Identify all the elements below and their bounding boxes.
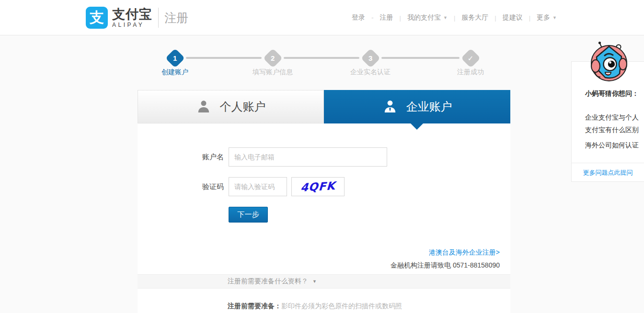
nav-separator: | xyxy=(400,14,401,22)
account-name-label: 账户名 xyxy=(171,147,224,167)
help-card-divider xyxy=(572,163,644,163)
chevron-down-icon: ▼ xyxy=(312,279,317,284)
tab-enterprise-label: 企业账户 xyxy=(406,99,452,114)
logo-divider xyxy=(158,8,159,28)
account-email-input[interactable] xyxy=(229,147,387,167)
alipay-logo-text: 支付宝 ALIPAY xyxy=(112,8,152,28)
nav-login-link[interactable]: 登录 xyxy=(352,13,365,22)
step-4-label: 注册成功 xyxy=(442,68,499,77)
overseas-register-link[interactable]: 港澳台及海外企业注册> xyxy=(429,248,500,257)
step-4-check-icon: ✓ xyxy=(461,48,481,68)
logo-name-cn: 支付宝 xyxy=(112,8,152,22)
prepare-note-title: 注册前需要准备： xyxy=(228,302,281,310)
business-person-icon xyxy=(382,99,398,114)
nav-dash: - xyxy=(371,14,374,22)
step-3-label: 企业实名认证 xyxy=(342,68,399,77)
step-1-marker: 1 xyxy=(165,48,185,68)
alipay-logo[interactable]: 支 支付宝 ALIPAY 注册 xyxy=(86,6,188,29)
step-1-label: 创建账户 xyxy=(146,68,204,77)
finance-institution-note: 金融机构注册请致电 0571-88158090 xyxy=(391,261,500,270)
step-connector xyxy=(284,57,359,59)
nav-my-alipay-menu[interactable]: 我的支付宝 ▼ xyxy=(407,13,448,22)
prepare-bar-label: 注册前需要准备什么资料？ xyxy=(228,277,308,286)
registration-panel: 个人账户 企业账户 账户名 验证码 4QFK 下一步 港澳台及海外企业注册> 金… xyxy=(138,90,510,313)
chevron-down-icon: ▼ xyxy=(552,15,557,20)
tab-personal-label: 个人账户 xyxy=(220,99,266,114)
chevron-down-icon: ▼ xyxy=(443,15,448,20)
header: 支 支付宝 ALIPAY 注册 登录 - 注册 | 我的支付宝 ▼ | 服务大厅… xyxy=(0,0,644,35)
logo-name-en: ALIPAY xyxy=(112,22,152,28)
tab-enterprise-account[interactable]: 企业账户 xyxy=(324,90,510,123)
nav-more-menu[interactable]: 更多 ▼ xyxy=(537,13,557,22)
step-3-marker: 3 xyxy=(361,48,380,68)
help-question-difference[interactable]: 企业支付宝与个人支付宝有什么区别 xyxy=(585,111,642,136)
step-2-marker: 2 xyxy=(263,48,283,68)
captcha-code-text: 4QFK xyxy=(300,179,335,194)
next-step-button[interactable]: 下一步 xyxy=(229,207,268,223)
prepare-materials-accordion[interactable]: 注册前需要准备什么资料？ ▼ xyxy=(138,274,510,289)
prepare-note: 注册前需要准备：影印件必须为彩色原件的扫描件或数码照 xyxy=(228,302,402,311)
top-nav: 登录 - 注册 | 我的支付宝 ▼ | 服务大厅 | 提建议 | 更多 ▼ xyxy=(352,0,557,35)
active-tab-pointer xyxy=(411,123,423,130)
nav-register-link[interactable]: 注册 xyxy=(380,13,393,22)
nav-suggestions-link[interactable]: 提建议 xyxy=(503,13,523,22)
nav-separator: | xyxy=(454,14,455,22)
captcha-input[interactable] xyxy=(229,177,287,196)
person-icon xyxy=(196,99,211,114)
prepare-note-text: 影印件必须为彩色原件的扫描件或数码照 xyxy=(281,302,402,310)
help-question-overseas[interactable]: 海外公司如何认证 xyxy=(585,141,642,150)
nav-my-alipay-label: 我的支付宝 xyxy=(407,13,441,22)
step-connector xyxy=(381,57,460,59)
nav-separator: | xyxy=(529,14,530,22)
more-questions-link[interactable]: 更多问题点此提问 xyxy=(572,168,644,177)
step-connector xyxy=(186,57,262,59)
captcha-label: 验证码 xyxy=(171,177,224,196)
help-card-title: 小蚂哥猜你想问： xyxy=(585,89,639,98)
captcha-image[interactable]: 4QFK xyxy=(291,177,345,196)
nav-separator: | xyxy=(494,14,496,22)
step-2-label: 填写账户信息 xyxy=(244,68,301,77)
page-title: 注册 xyxy=(164,10,188,26)
alipay-logo-icon: 支 xyxy=(86,7,108,29)
mascot-robot-icon xyxy=(589,39,630,89)
tab-personal-account[interactable]: 个人账户 xyxy=(138,90,324,123)
nav-more-label: 更多 xyxy=(537,13,550,22)
account-type-tabs: 个人账户 企业账户 xyxy=(138,90,510,123)
nav-service-hall-link[interactable]: 服务大厅 xyxy=(461,13,488,22)
